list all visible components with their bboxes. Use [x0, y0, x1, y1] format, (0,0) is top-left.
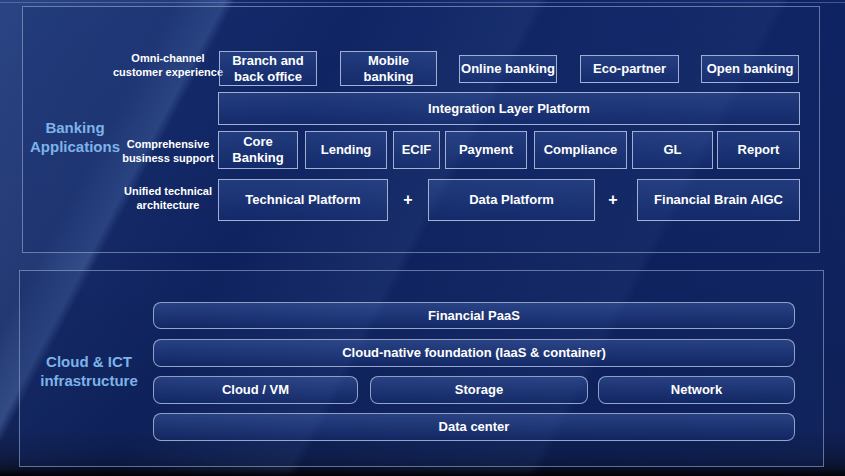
box-online-banking: Online banking	[459, 55, 557, 83]
architecture-diagram: Banking Applications Omni-channel custom…	[0, 0, 845, 476]
box-technical-platform: Technical Platform	[218, 179, 388, 221]
box-cloud-native-foundation: Cloud-native foundation (IaaS & containe…	[153, 339, 795, 367]
box-report: Report	[717, 131, 800, 169]
box-branch-and-back-office: Branch and back office	[219, 51, 317, 86]
box-compliance: Compliance	[534, 131, 627, 169]
box-gl: GL	[632, 131, 713, 169]
box-data-center: Data center	[153, 413, 795, 441]
bottom-edge-fade	[0, 469, 845, 476]
top-edge-highlight	[0, 2, 845, 3]
box-data-platform: Data Platform	[428, 179, 595, 221]
row-label-business-support: Comprehensive business support	[112, 137, 224, 166]
row-label-omni-channel: Omni-channel customer experience	[112, 51, 224, 80]
box-cloud-vm: Cloud / VM	[153, 376, 358, 404]
plus-separator: +	[601, 179, 625, 221]
box-storage: Storage	[370, 376, 588, 404]
box-lending: Lending	[305, 131, 387, 169]
box-financial-brain-aigc: Financial Brain AIGC	[637, 179, 800, 221]
box-core-banking: Core Banking	[218, 131, 298, 169]
box-integration-layer-platform: Integration Layer Platform	[218, 92, 800, 125]
box-financial-paas: Financial PaaS	[153, 302, 795, 329]
cloud-ict-title: Cloud & ICT infrastructure	[28, 353, 150, 391]
box-payment: Payment	[445, 131, 527, 169]
box-mobile-banking: Mobile banking	[340, 51, 437, 86]
plus-separator: +	[396, 179, 420, 221]
box-ecif: ECIF	[393, 131, 440, 169]
box-open-banking: Open banking	[701, 55, 799, 83]
box-eco-partner: Eco-partner	[580, 55, 679, 83]
row-label-unified-architecture: Unified technical architecture	[112, 184, 224, 213]
box-network: Network	[598, 376, 795, 404]
